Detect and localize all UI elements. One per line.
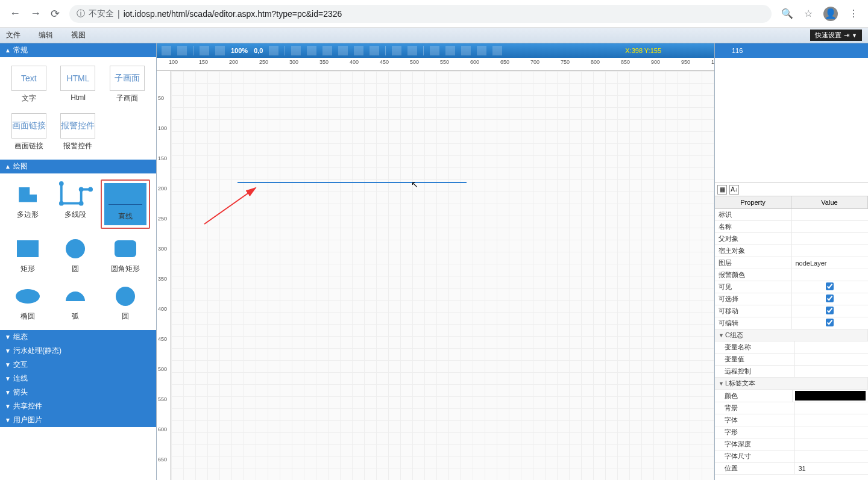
property-value[interactable] [795, 431, 869, 434]
property-row[interactable]: 字体 [715, 414, 868, 426]
property-row[interactable]: ▼C组态 [715, 329, 868, 341]
checkbox-input[interactable] [826, 319, 834, 326]
property-value[interactable] [792, 274, 869, 276]
property-row[interactable]: 字体深度 [715, 438, 868, 450]
property-value[interactable] [792, 281, 869, 293]
property-value[interactable] [792, 317, 869, 329]
align-top-icon[interactable] [338, 46, 348, 55]
shape-item-line[interactable]: 直线 [101, 179, 150, 229]
property-value[interactable] [795, 370, 869, 373]
shape-item[interactable]: Text文字 [6, 63, 52, 106]
canvas[interactable]: ↖ [171, 71, 714, 480]
property-value[interactable] [795, 443, 869, 446]
property-value[interactable] [795, 391, 866, 401]
property-value[interactable] [792, 214, 869, 216]
forward-icon[interactable]: → [30, 7, 41, 20]
property-value[interactable] [795, 407, 869, 410]
property-row[interactable]: 宿主对象 [715, 245, 868, 257]
category-view-icon[interactable]: ▦ [717, 185, 727, 195]
property-value[interactable]: nodeLayer [792, 258, 869, 268]
send-back-icon[interactable] [445, 46, 455, 55]
undo-icon[interactable] [269, 46, 278, 55]
save-icon[interactable] [177, 46, 187, 55]
property-value[interactable] [795, 419, 869, 422]
section-shared[interactable]: ▼共享控件 [0, 399, 156, 413]
align-center-icon[interactable] [307, 46, 316, 55]
checkbox-input[interactable] [826, 295, 834, 302]
section-drawing[interactable]: ▲绘图 [0, 160, 156, 173]
property-row[interactable]: ▼L标签文本 [715, 378, 868, 390]
distribute-h-icon[interactable] [392, 46, 401, 55]
property-row[interactable]: 远程控制 [715, 366, 868, 378]
property-row[interactable]: 名称 [715, 221, 868, 233]
shape-item-ellipse[interactable]: 椭圆 [6, 281, 50, 324]
menu-view[interactable]: 视图 [71, 30, 86, 40]
section-connection[interactable]: ▼连线 [0, 372, 156, 385]
shape-item-circle[interactable]: 圆 [54, 234, 98, 276]
menu-file[interactable]: 文件 [6, 30, 20, 40]
shape-item-circle2[interactable]: 圆 [101, 281, 150, 324]
property-row[interactable]: 标识 [715, 209, 868, 221]
shape-item-arc[interactable]: 弧 [54, 281, 98, 324]
property-value[interactable] [792, 238, 869, 240]
section-interact[interactable]: ▼交互 [0, 358, 156, 372]
shape-item-roundrect[interactable]: 圆角矩形 [101, 234, 150, 276]
property-row[interactable]: 颜色 [715, 390, 868, 402]
property-row[interactable]: 变量名称 [715, 341, 868, 354]
drawn-line-shape[interactable] [237, 182, 467, 183]
shape-item[interactable]: HTMLHtml [55, 63, 101, 106]
shape-item[interactable]: 子画面子画面 [104, 63, 150, 106]
align-bottom-icon[interactable] [370, 46, 379, 55]
distribute-v-icon[interactable] [407, 46, 417, 55]
checkbox-input[interactable] [826, 282, 834, 290]
section-userimg[interactable]: ▼用户图片 [0, 413, 156, 427]
url-bar[interactable]: ⓘ 不安全 | iot.idosp.net/html/scada/editor.… [69, 5, 772, 23]
zoom-icon[interactable]: 🔍 [781, 8, 793, 19]
html2-icon[interactable] [477, 46, 486, 55]
pointer-icon[interactable] [162, 46, 171, 55]
shape-item-polygon[interactable]: 多边形 [6, 179, 50, 229]
property-value[interactable] [792, 226, 869, 228]
property-row[interactable]: 位置31 [715, 463, 868, 475]
checkbox-input[interactable] [826, 307, 834, 314]
property-value[interactable] [792, 250, 869, 252]
quick-settings-button[interactable]: 快速设置 ⇥ ▼ [810, 30, 862, 41]
section-arrow[interactable]: ▼箭头 [0, 385, 156, 399]
reload-icon[interactable]: ⟳ [51, 7, 60, 20]
property-value[interactable] [792, 293, 869, 305]
section-group[interactable]: ▼组态 [0, 330, 156, 344]
az-sort-icon[interactable]: A↓ [729, 185, 739, 195]
property-value[interactable] [795, 455, 869, 458]
property-row[interactable]: 父对象 [715, 233, 868, 245]
menu-edit[interactable]: 编辑 [39, 30, 53, 40]
property-value[interactable] [795, 346, 869, 349]
shape-item-polyline[interactable]: 多线段 [54, 179, 98, 229]
html-icon[interactable] [461, 46, 471, 55]
property-row[interactable]: 字体尺寸 [715, 450, 868, 463]
property-row[interactable]: 可移动 [715, 305, 868, 317]
section-general[interactable]: ▲常规 [0, 43, 156, 57]
shape-item[interactable]: 画面链接画面链接 [6, 111, 52, 154]
property-row[interactable]: 图层nodeLayer [715, 257, 868, 269]
zoom-out-icon[interactable] [215, 46, 225, 55]
menu-icon[interactable]: ⋮ [849, 8, 858, 19]
property-row[interactable]: 字形 [715, 426, 868, 438]
property-row[interactable]: 可见 [715, 281, 868, 293]
info2-icon[interactable] [492, 46, 502, 55]
avatar-icon[interactable]: 👤 [823, 7, 838, 21]
section-sewage[interactable]: ▼污水处理(静态) [0, 344, 156, 358]
property-value[interactable] [795, 358, 869, 361]
align-right-icon[interactable] [322, 46, 332, 55]
align-middle-icon[interactable] [354, 46, 363, 55]
back-icon[interactable]: ← [10, 7, 20, 20]
property-row[interactable]: 报警颜色 [715, 269, 868, 281]
property-row[interactable]: 可编辑 [715, 317, 868, 329]
property-row[interactable]: 变量值 [715, 354, 868, 366]
property-row[interactable]: 可选择 [715, 293, 868, 305]
bring-front-icon[interactable] [430, 46, 439, 55]
property-value[interactable]: 31 [795, 464, 869, 473]
shape-item-rect[interactable]: 矩形 [6, 234, 50, 276]
property-row[interactable]: 背景 [715, 402, 868, 414]
zoom-in-icon[interactable] [200, 46, 209, 55]
shape-item[interactable]: 报警控件报警控件 [55, 111, 101, 154]
